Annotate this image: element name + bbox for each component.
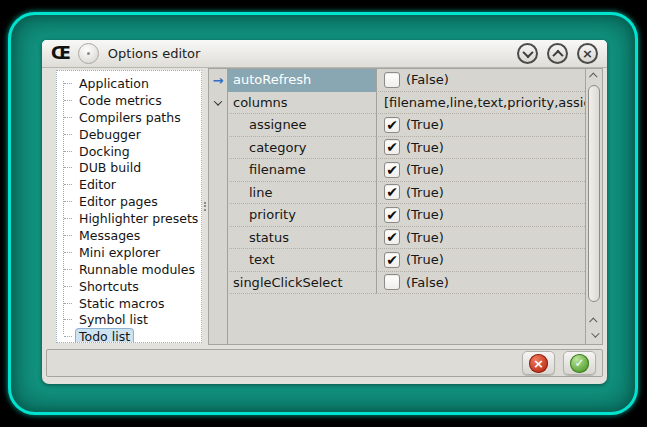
property-row-autoRefresh[interactable]: → autoRefresh (False): [209, 69, 585, 92]
grid-filler-area: [227, 294, 585, 344]
value-text: (True): [406, 162, 444, 177]
property-row-columns[interactable]: columns [filename,line,text,priority,ass…: [209, 92, 585, 115]
value-checkbox[interactable]: [384, 72, 400, 88]
value-text: [filename,line,text,priority,assigne: [384, 95, 585, 110]
property-row-assignee[interactable]: assignee ✔(True): [209, 114, 585, 137]
sidebar-item-static-macros[interactable]: Static macros: [61, 295, 199, 312]
property-name[interactable]: assignee: [227, 114, 376, 137]
options-category-tree[interactable]: Application Code metrics Compilers paths…: [56, 70, 202, 343]
value-checkbox[interactable]: ✔: [384, 184, 400, 200]
sidebar-item-label: Compilers paths: [76, 110, 184, 125]
property-grid[interactable]: → autoRefresh (False) columns [filename,…: [208, 68, 603, 345]
sidebar-item-dub-build[interactable]: DUB build: [61, 159, 199, 176]
sidebar-item-compilers-paths[interactable]: Compilers paths: [61, 109, 199, 126]
desktop-background: { "colors": { "frame_teal": "#129582", "…: [0, 0, 647, 427]
sidebar-item-label: Docking: [76, 144, 133, 159]
app-logo-icon: Œ: [51, 45, 70, 62]
sidebar-item-todo-list[interactable]: Todo list: [61, 328, 199, 343]
property-name[interactable]: text: [227, 249, 376, 272]
property-name[interactable]: line: [227, 182, 376, 205]
tree-connector-icon: [64, 100, 72, 101]
property-row-category[interactable]: category ✔(True): [209, 137, 585, 160]
property-value[interactable]: [filename,line,text,priority,assigne: [376, 92, 585, 115]
maximize-button[interactable]: [547, 43, 568, 64]
property-name[interactable]: status: [227, 227, 376, 250]
tree-connector-icon: [64, 167, 72, 168]
scroll-down-button[interactable]: [586, 328, 602, 342]
property-value[interactable]: ✔(True): [376, 159, 585, 182]
value-checkbox[interactable]: ✔: [384, 229, 400, 245]
property-row-line[interactable]: line ✔(True): [209, 182, 585, 205]
chevron-up-icon: [552, 49, 563, 60]
property-value[interactable]: ✔(True): [376, 249, 585, 272]
property-value[interactable]: ✔(True): [376, 227, 585, 250]
property-value[interactable]: (False): [376, 69, 585, 92]
value-checkbox[interactable]: ✔: [384, 207, 400, 223]
ok-button[interactable]: ✓: [563, 351, 596, 375]
tree-connector-icon: [64, 184, 72, 185]
property-row-filename[interactable]: filename ✔(True): [209, 159, 585, 182]
chevron-down-icon: [591, 329, 599, 337]
value-text: (True): [406, 252, 444, 267]
scroll-up-button-2[interactable]: [586, 314, 602, 328]
property-row-text[interactable]: text ✔(True): [209, 249, 585, 272]
sidebar-item-shortcuts[interactable]: Shortcuts: [61, 278, 199, 295]
property-value[interactable]: ✔(True): [376, 182, 585, 205]
scrollbar-thumb[interactable]: [588, 85, 600, 302]
property-name[interactable]: category: [227, 137, 376, 160]
window-menu-button[interactable]: [78, 43, 99, 64]
sidebar-item-debugger[interactable]: Debugger: [61, 126, 199, 143]
property-row-status[interactable]: status ✔(True): [209, 227, 585, 250]
splitter-handle-icon: [204, 202, 207, 211]
property-name[interactable]: columns: [227, 92, 376, 115]
close-button[interactable]: ×: [577, 43, 598, 64]
value-text: (True): [406, 207, 444, 222]
property-value[interactable]: ✔(True): [376, 137, 585, 160]
sidebar-item-messages[interactable]: Messages: [61, 227, 199, 244]
window-controls: ×: [517, 43, 598, 64]
property-row-priority[interactable]: priority ✔(True): [209, 204, 585, 227]
sidebar-item-editor[interactable]: Editor: [61, 176, 199, 193]
ok-check-icon: ✓: [570, 354, 589, 373]
row-gutter: [209, 137, 227, 160]
property-row-singleClickSelect[interactable]: singleClickSelect (False): [209, 272, 585, 295]
sidebar-item-editor-pages[interactable]: Editor pages: [61, 193, 199, 210]
sidebar-item-symbol-list[interactable]: Symbol list: [61, 311, 199, 328]
property-name[interactable]: autoRefresh: [227, 69, 376, 92]
property-value[interactable]: ✔(True): [376, 114, 585, 137]
value-checkbox[interactable]: ✔: [384, 162, 400, 178]
sidebar-item-code-metrics[interactable]: Code metrics: [61, 92, 199, 109]
value-checkbox[interactable]: ✔: [384, 139, 400, 155]
minimize-button[interactable]: [517, 43, 538, 64]
row-gutter: [209, 249, 227, 272]
value-checkbox[interactable]: [384, 274, 400, 290]
sidebar-item-label: Runnable modules: [76, 262, 198, 277]
value-text: (False): [406, 72, 449, 87]
scroll-up-button[interactable]: [586, 69, 602, 83]
tree-connector-icon: [64, 269, 72, 270]
sidebar-item-highlighter-presets[interactable]: Highlighter presets: [61, 210, 199, 227]
options-editor-window: Œ Options editor × Application Code metr…: [42, 40, 607, 384]
tree-connector-icon: [64, 218, 72, 219]
vertical-scrollbar[interactable]: [585, 69, 602, 344]
cancel-button[interactable]: ×: [522, 351, 555, 375]
chevron-up-icon: [589, 72, 597, 80]
sidebar-item-docking[interactable]: Docking: [61, 143, 199, 160]
value-checkbox[interactable]: ✔: [384, 252, 400, 268]
value-checkbox[interactable]: ✔: [384, 117, 400, 133]
tree-connector-icon: [64, 151, 72, 152]
property-name[interactable]: singleClickSelect: [227, 272, 376, 295]
tree-list: Application Code metrics Compilers paths…: [61, 75, 199, 343]
value-text: (True): [406, 185, 444, 200]
property-value[interactable]: ✔(True): [376, 204, 585, 227]
expand-chevron-icon[interactable]: [214, 97, 222, 105]
sidebar-item-label: Messages: [76, 228, 143, 243]
titlebar[interactable]: Œ Options editor ×: [42, 40, 607, 68]
property-name[interactable]: priority: [227, 204, 376, 227]
property-value[interactable]: (False): [376, 272, 585, 295]
sidebar-item-runnable-modules[interactable]: Runnable modules: [61, 261, 199, 278]
sidebar-item-application[interactable]: Application: [61, 75, 199, 92]
sidebar-item-mini-explorer[interactable]: Mini explorer: [61, 244, 199, 261]
property-name[interactable]: filename: [227, 159, 376, 182]
tree-connector-icon: [64, 252, 72, 253]
